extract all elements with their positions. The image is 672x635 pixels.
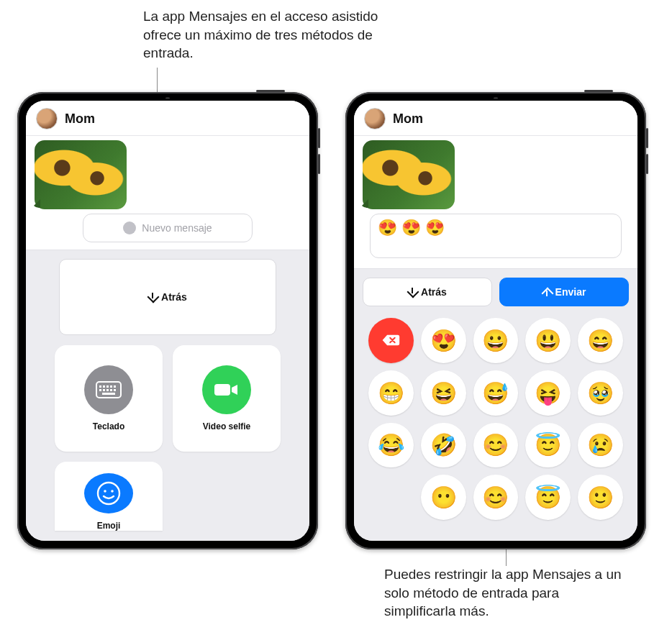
callout-top: La app Mensajes en el acceso asistido of… bbox=[143, 7, 388, 63]
emoji-key[interactable]: 😍 bbox=[421, 318, 466, 363]
input-tile-video-selfie[interactable]: Video selfie bbox=[173, 345, 281, 452]
callout-bottom: Puedes restringir la app Mensajes a un s… bbox=[384, 565, 629, 621]
chat-bubble-icon bbox=[123, 221, 136, 234]
emoji-key[interactable]: 😊 bbox=[473, 423, 519, 468]
tile-label: Video selfie bbox=[203, 421, 250, 431]
svg-point-15 bbox=[111, 490, 114, 493]
received-image-message[interactable] bbox=[35, 140, 127, 209]
input-method-panel: Atrás Teclado Video selfie bbox=[26, 250, 309, 541]
svg-rect-1 bbox=[99, 385, 101, 388]
ipad-device-right: Mom 😍 😍 😍 Atrás En bbox=[345, 92, 646, 549]
received-image-message[interactable] bbox=[363, 140, 455, 209]
callout-leader-line bbox=[506, 547, 507, 566]
svg-rect-8 bbox=[106, 389, 109, 391]
input-tile-emoji[interactable]: Emoji bbox=[55, 462, 163, 531]
send-button[interactable]: Enviar bbox=[499, 278, 629, 306]
contact-name: Mom bbox=[393, 111, 423, 127]
ipad-power-button bbox=[584, 90, 613, 92]
svg-rect-4 bbox=[110, 385, 112, 388]
svg-rect-12 bbox=[214, 384, 230, 396]
new-message-field[interactable]: Nuevo mensaje bbox=[83, 214, 253, 242]
screen: Mom Nuevo mensaje Atrás bbox=[26, 101, 309, 541]
emoji-key[interactable]: 😆 bbox=[421, 370, 466, 416]
emoji-key[interactable]: 😇 bbox=[525, 475, 571, 520]
svg-rect-11 bbox=[102, 393, 115, 395]
emoji-key[interactable]: 😇 bbox=[525, 423, 571, 468]
screen: Mom 😍 😍 😍 Atrás En bbox=[354, 101, 637, 541]
emoji-key[interactable]: 😊 bbox=[473, 475, 519, 520]
emoji-key[interactable]: 😀 bbox=[473, 318, 519, 363]
tile-label: Emoji bbox=[97, 521, 121, 531]
svg-rect-3 bbox=[106, 385, 109, 388]
back-button[interactable]: Atrás bbox=[363, 278, 492, 306]
contact-avatar bbox=[364, 108, 386, 129]
backspace-icon bbox=[381, 333, 400, 347]
emoji-keyboard-panel: Atrás Enviar 😍😀😃😄😁😆😅😝🥹😂🤣😊😇😢😶😊😇🙂 bbox=[354, 268, 637, 541]
delete-key[interactable] bbox=[368, 318, 414, 363]
emoji-key[interactable]: 😢 bbox=[578, 423, 623, 468]
ipad-device-left: Mom Nuevo mensaje Atrás bbox=[17, 92, 318, 549]
conversation-header[interactable]: Mom bbox=[354, 101, 637, 136]
compose-value: 😍 😍 😍 bbox=[378, 219, 445, 237]
svg-rect-6 bbox=[99, 389, 101, 391]
emoji-key[interactable]: 😄 bbox=[578, 318, 623, 363]
emoji-key[interactable]: 😁 bbox=[368, 370, 414, 416]
keyboard-icon bbox=[84, 365, 133, 414]
back-button[interactable]: Atrás bbox=[59, 259, 276, 335]
arrow-down-icon bbox=[408, 288, 417, 296]
contact-name: Mom bbox=[65, 111, 95, 127]
input-tile-keyboard[interactable]: Teclado bbox=[55, 345, 163, 452]
svg-rect-2 bbox=[103, 385, 105, 388]
svg-rect-10 bbox=[114, 389, 116, 391]
emoji-face-icon bbox=[84, 473, 133, 513]
svg-point-13 bbox=[98, 483, 119, 504]
video-camera-icon bbox=[202, 365, 251, 414]
ipad-volume-down bbox=[318, 154, 320, 174]
ipad-volume-down bbox=[646, 154, 648, 174]
svg-rect-9 bbox=[110, 389, 112, 391]
ipad-volume-up bbox=[318, 128, 320, 148]
ipad-power-button bbox=[256, 90, 285, 92]
message-compose-box[interactable]: 😍 😍 😍 bbox=[370, 214, 622, 258]
emoji-key[interactable]: 😝 bbox=[525, 370, 571, 416]
contact-avatar bbox=[36, 108, 58, 129]
svg-rect-5 bbox=[114, 385, 116, 388]
tile-label: Teclado bbox=[93, 421, 124, 431]
svg-rect-7 bbox=[103, 389, 105, 391]
compose-placeholder: Nuevo mensaje bbox=[142, 222, 212, 234]
emoji-key[interactable]: 🤣 bbox=[421, 423, 466, 468]
emoji-key[interactable]: 😃 bbox=[525, 318, 571, 363]
arrow-up-icon bbox=[542, 288, 551, 296]
emoji-key[interactable]: 😂 bbox=[368, 423, 414, 468]
emoji-key[interactable]: 😶 bbox=[421, 475, 466, 520]
back-label: Atrás bbox=[161, 291, 187, 303]
arrow-down-icon bbox=[148, 293, 157, 301]
back-label: Atrás bbox=[421, 286, 447, 298]
emoji-key[interactable]: 🙂 bbox=[578, 475, 623, 520]
message-area: Nuevo mensaje bbox=[26, 136, 309, 250]
svg-point-14 bbox=[104, 490, 106, 493]
emoji-grid: 😍😀😃😄😁😆😅😝🥹😂🤣😊😇😢😶😊😇🙂 bbox=[363, 315, 629, 523]
conversation-header[interactable]: Mom bbox=[26, 101, 309, 136]
send-label: Enviar bbox=[555, 286, 586, 298]
emoji-key[interactable]: 🥹 bbox=[578, 370, 623, 416]
message-area: 😍 😍 😍 bbox=[354, 136, 637, 268]
ipad-volume-up bbox=[646, 128, 648, 148]
emoji-key[interactable]: 😅 bbox=[473, 370, 519, 416]
